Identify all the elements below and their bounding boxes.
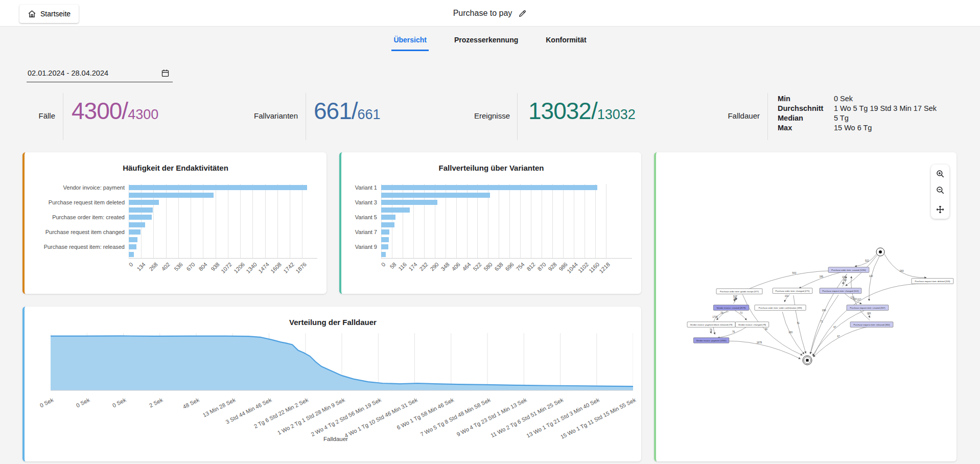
graph-edge xyxy=(813,311,865,356)
kpi-label-fallvarianten: Fallvarianten xyxy=(232,111,298,120)
x-tick-label: 1206 xyxy=(232,261,246,274)
bar[interactable] xyxy=(381,244,388,249)
end-activities-chart: Vendor invoice: paymentPurchase request … xyxy=(35,184,317,287)
edge-label: 120 xyxy=(869,275,873,277)
divider xyxy=(63,93,63,140)
x-tick-label: 1072 xyxy=(220,261,234,274)
pan-button[interactable] xyxy=(933,202,947,217)
end-node[interactable] xyxy=(803,356,812,365)
edge-label: 266 xyxy=(822,309,826,312)
stat-name: Min xyxy=(778,94,834,104)
activity-node[interactable]: Purchase request item: changed (512) xyxy=(820,288,861,294)
edge-label: 90 xyxy=(765,328,768,331)
x-tick-label: 48 Sek xyxy=(181,397,200,410)
graph-edge xyxy=(813,327,868,357)
bar[interactable] xyxy=(381,185,597,190)
bar[interactable] xyxy=(129,237,137,242)
x-tick-label: 134 xyxy=(135,261,146,272)
bar[interactable] xyxy=(129,207,153,213)
x-tick-label: 0 xyxy=(380,261,387,268)
bar[interactable] xyxy=(381,229,389,235)
tab-prozesserkennung[interactable]: Prozesserkennung xyxy=(452,32,520,51)
bar[interactable] xyxy=(129,215,152,220)
bar-row: Variant 7 xyxy=(352,228,632,236)
bar[interactable] xyxy=(129,252,134,257)
x-tick-label: 174 xyxy=(408,261,418,272)
bar-label: Purchase request item changed xyxy=(35,229,129,235)
x-tick-label: 804 xyxy=(197,261,208,272)
bar[interactable] xyxy=(381,215,395,220)
activity-node[interactable]: Vendor invoice: payment (1932) xyxy=(693,338,729,343)
bar-row: Purchase request item changed xyxy=(35,228,317,236)
bar[interactable] xyxy=(381,200,437,205)
home-icon xyxy=(28,10,36,18)
activity-node[interactable]: Vendor invoice: created (2673) xyxy=(713,305,749,311)
bar-track xyxy=(129,214,317,221)
x-tick-label: 1 Wo 2 Tg 1 Std 28 Min 9 Sek xyxy=(276,397,346,436)
activity-node[interactable]: Purchase request item: deleted (203) xyxy=(912,279,953,284)
bar-row: Variant 5 xyxy=(352,214,632,221)
edge-label: 76 xyxy=(732,331,735,333)
bar[interactable] xyxy=(381,252,386,257)
x-tick-label: 1160 xyxy=(588,261,600,274)
tab-bar: Übersicht Prozesserkennung Konformität xyxy=(0,32,980,51)
node-label: Purchase request item: released (360) xyxy=(853,323,890,326)
kpi-value-faelle: 4300/4300 xyxy=(72,97,158,125)
node-label: Purchase order item: goods receipt (577) xyxy=(720,290,759,293)
x-tick-label: 1742 xyxy=(282,261,295,274)
bar-track xyxy=(129,243,317,251)
edit-title-button[interactable] xyxy=(518,9,527,18)
bar[interactable] xyxy=(129,200,159,205)
bar[interactable] xyxy=(381,237,389,242)
edge-label: 67 xyxy=(837,335,840,338)
area-x-axis: 0 Sek0 Sek0 Sek2 Sek48 Sek13 Min 28 Sek3… xyxy=(51,393,631,437)
edge-label: 60 xyxy=(844,279,847,282)
bar[interactable] xyxy=(129,193,214,198)
edge-label: 71 xyxy=(821,320,824,323)
activity-node[interactable]: Purchase order item: changed (271) xyxy=(773,288,812,294)
activity-node[interactable]: Purchase request item: created (557) xyxy=(847,305,889,311)
graph-edge xyxy=(794,295,806,354)
activity-node[interactable]: Purchase order item: goods receipt (577) xyxy=(716,289,762,294)
bar[interactable] xyxy=(381,222,394,227)
bar-track xyxy=(381,214,632,221)
bar-label: Variant 3 xyxy=(352,199,381,205)
activity-node[interactable]: Vendor invoice: payment block removed (7… xyxy=(687,322,735,328)
zoom-out-button[interactable] xyxy=(933,183,947,197)
edge-label: 101 xyxy=(785,295,789,297)
x-tick-label: 290 xyxy=(429,261,440,272)
start-node[interactable] xyxy=(876,248,884,256)
activity-node[interactable]: Vendor invoice: changed (78) xyxy=(735,322,768,328)
process-graph[interactable]: 5222831201295431861016052732779731706717… xyxy=(656,152,959,461)
bar[interactable] xyxy=(129,185,307,190)
bar-track xyxy=(381,243,632,251)
activity-node[interactable]: Purchase request item: released (360) xyxy=(850,322,893,328)
node-label: Purchase request item: created (557) xyxy=(850,307,885,309)
bar[interactable] xyxy=(129,244,136,249)
graph-edge xyxy=(799,271,845,288)
bar[interactable] xyxy=(381,207,410,213)
x-tick-label: 348 xyxy=(440,261,451,272)
bar[interactable] xyxy=(129,222,145,227)
bar-row xyxy=(352,251,632,259)
home-button[interactable]: Startseite xyxy=(19,5,79,23)
activity-node[interactable]: Purchase order item: order confirmation … xyxy=(755,305,806,311)
activity-node[interactable]: Purchase order item: created (1230) xyxy=(828,267,869,273)
tab-konformitaet[interactable]: Konformität xyxy=(544,32,588,51)
date-range-field[interactable]: 02.01.2024 - 28.04.2024 xyxy=(27,66,173,82)
tab-uebersicht[interactable]: Übersicht xyxy=(391,32,429,51)
bar[interactable] xyxy=(381,193,490,198)
x-tick-label: 870 xyxy=(536,261,547,272)
card-case-duration: Verteilung der Falldauer 0 Sek0 Sek0 Sek… xyxy=(22,307,641,461)
kpi-label-falldauer: Falldauer xyxy=(716,111,760,120)
bar-row xyxy=(35,192,317,199)
x-tick-label: 536 xyxy=(173,261,183,272)
bar-track xyxy=(129,228,317,236)
x-tick-label: 2 Sek xyxy=(148,397,164,408)
edge-label: 1706 xyxy=(712,316,718,318)
zoom-in-button[interactable] xyxy=(933,167,947,181)
stat-value: 15 Wo 6 Tg xyxy=(834,123,872,133)
bar-track xyxy=(129,192,317,199)
bar[interactable] xyxy=(129,229,141,235)
bar-row: Variant 3 xyxy=(352,199,632,206)
